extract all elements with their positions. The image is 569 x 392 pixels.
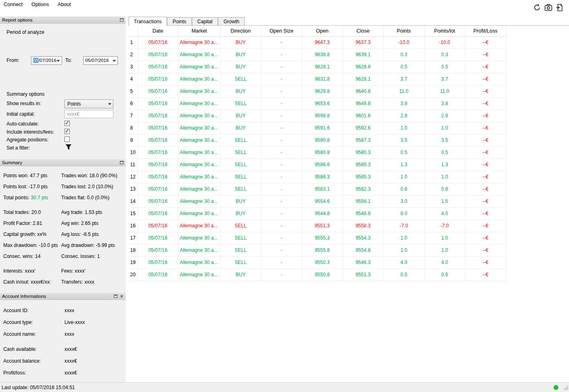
cell-open-size: - — [261, 122, 302, 134]
transaction-row[interactable]: 1005/07/16Allemagne 30 a...SELL-9580.895… — [128, 146, 506, 159]
transaction-row[interactable]: 1705/07/16Allemagne 30 a...SELL-9555.395… — [128, 232, 506, 244]
tab-points[interactable]: Points — [167, 17, 191, 25]
cell-date: 05/07/16 — [137, 134, 178, 146]
export-icon[interactable] — [556, 3, 564, 12]
cell-market: Allemagne 30 a... — [178, 232, 220, 244]
cell-points-lot: 0.5 — [424, 269, 465, 281]
status-bar: Last update: 05/07/2016 15:04:51 — [0, 382, 569, 392]
cell-points-lot: 1.0 — [424, 244, 465, 256]
initial-capital-value: xxxx€ — [67, 111, 80, 117]
cell-date: 05/07/16 — [137, 183, 178, 195]
chevron-down-icon — [108, 103, 111, 105]
column-header-close[interactable]: Close — [343, 26, 383, 36]
cell-market: Allemagne 30 a... — [178, 207, 220, 220]
summary-stat-left: Points won: 47.7 pts — [0, 170, 61, 181]
float-panel-icon[interactable] — [120, 161, 124, 164]
account-row: Account balance:xxxx€ — [0, 355, 126, 367]
column-header-open-size[interactable]: Open Size — [261, 26, 302, 36]
resize-grip[interactable] — [563, 385, 569, 392]
float-panel-icon[interactable] — [120, 18, 124, 22]
transactions-table: Date Market Direction Open Size Open Clo… — [128, 26, 506, 281]
cell-open-size: - — [261, 232, 302, 244]
transaction-row[interactable]: 405/07/16Allemagne 30 a...SELL-9631.8962… — [128, 73, 506, 85]
cell-row-number: 16 — [128, 220, 137, 232]
from-date-picker[interactable]: 05/07/2016 — [31, 56, 62, 65]
menu-options[interactable]: Options — [28, 0, 53, 9]
close-icon[interactable]: ✕ — [120, 294, 124, 299]
tab-capital[interactable]: Capital — [192, 17, 218, 25]
cell-row-number: 8 — [128, 122, 137, 134]
left-panel: Report options Period of analyze From: 0… — [0, 16, 126, 382]
account-value: xxxx — [64, 328, 74, 340]
column-header-date[interactable]: Date — [137, 26, 178, 36]
transaction-row[interactable]: 1505/07/16Allemagne 30 a...BUY-9544.8954… — [128, 207, 506, 220]
to-date-picker[interactable]: 05/07/2016 — [83, 56, 118, 65]
float-panel-icon[interactable] — [114, 295, 117, 298]
include-interests-checkbox[interactable]: ✓ — [64, 129, 70, 134]
summary-stat-left: Profit Factor: 2.81 — [0, 218, 61, 229]
cell-date: 05/07/16 — [137, 207, 178, 220]
transaction-row[interactable]: 705/07/16Allemagne 30 a...BUY-9598.89601… — [128, 110, 506, 122]
column-header-market[interactable]: Market — [178, 26, 220, 36]
transaction-row[interactable]: 1305/07/16Allemagne 30 a...SELL-9583.195… — [128, 183, 506, 195]
cell-points-lot: -10.0 — [424, 36, 465, 48]
transaction-row[interactable]: 1405/07/16Allemagne 30 a...BUY-9554.6955… — [128, 195, 506, 207]
cell-profit-loss: --€ — [465, 85, 506, 97]
cell-profit-loss: --€ — [465, 220, 506, 232]
cell-close: 9546.3 — [343, 256, 383, 269]
transaction-row[interactable]: 2005/07/16Allemagne 30 a...BUY-9550.8955… — [128, 269, 506, 281]
last-update-text: Last update: 05/07/2016 15:04:51 — [2, 385, 75, 390]
cell-points-lot: 3.5 — [424, 134, 465, 146]
cell-market: Allemagne 30 a... — [178, 36, 220, 48]
account-label: Profit/loss: — [0, 370, 26, 376]
transaction-row[interactable]: 805/07/16Allemagne 30 a...BUY-9591.69592… — [128, 122, 506, 134]
cell-open-size: - — [261, 48, 302, 61]
cell-open: 9544.8 — [302, 207, 343, 220]
cell-market: Allemagne 30 a... — [178, 134, 220, 146]
to-date-value: 05/07/2016 — [85, 58, 109, 63]
summary-title: Summary — [2, 160, 22, 165]
auto-calculate-checkbox[interactable]: ✓ — [64, 121, 70, 126]
column-header-points[interactable]: Points — [383, 26, 424, 36]
initial-capital-input[interactable]: xxxx€ — [64, 110, 113, 118]
cell-direction: BUY — [220, 207, 261, 220]
summary-stat-left: Consec. wins: 14 — [0, 251, 61, 262]
cell-open: 9629.8 — [302, 85, 343, 97]
cell-points: 0.5 — [383, 269, 424, 281]
menu-connect[interactable]: Connect — [0, 0, 27, 9]
transaction-row[interactable]: 105/07/16Allemagne 30 a...BUY-9647.39637… — [128, 36, 506, 48]
cell-open-size: - — [261, 195, 302, 207]
cell-direction: BUY — [220, 61, 261, 73]
transaction-row[interactable]: 1105/07/16Allemagne 30 a...SELL-9586.695… — [128, 159, 506, 171]
transaction-row[interactable]: 1205/07/16Allemagne 30 a...SELL-9586.395… — [128, 171, 506, 183]
funnel-icon[interactable] — [65, 144, 73, 151]
cell-market: Allemagne 30 a... — [178, 159, 220, 171]
transaction-row[interactable]: 905/07/16Allemagne 30 a...SELL-9590.8958… — [128, 134, 506, 146]
transaction-row[interactable]: 1905/07/16Allemagne 30 a...SELL-9550.395… — [128, 256, 506, 269]
column-header-open[interactable]: Open — [302, 26, 343, 36]
transaction-row[interactable]: 205/07/16Allemagne 30 a...BUY-9638.89639… — [128, 48, 506, 61]
aggregate-positions-checkbox[interactable]: ✓ — [64, 137, 70, 142]
summary-stat-group: Points won: 47.7 ptsTrades won: 18.0 (90… — [0, 170, 126, 203]
column-header-points-lot[interactable]: Points/lot — [424, 26, 465, 36]
chevron-down-icon — [113, 60, 116, 62]
tab-transactions[interactable]: Transactions — [128, 17, 167, 26]
cell-market: Allemagne 30 a... — [178, 97, 220, 110]
aggregate-positions-label: Agregate positions: — [7, 137, 49, 143]
cell-open: 9653.6 — [302, 97, 343, 110]
transaction-row[interactable]: 1605/07/16Allemagne 30 a...SELL-9551.395… — [128, 220, 506, 232]
transaction-row[interactable]: 305/07/16Allemagne 30 a...BUY-9628.19628… — [128, 61, 506, 73]
menu-about[interactable]: About — [54, 0, 75, 9]
account-label: Account ID: — [0, 308, 29, 313]
transaction-row[interactable]: 605/07/16Allemagne 30 a...SELL-9653.6964… — [128, 97, 506, 110]
refresh-icon[interactable] — [533, 3, 541, 12]
cell-points-lot: 1.5 — [424, 195, 465, 207]
screenshot-icon[interactable] — [544, 3, 553, 12]
column-header-profit-loss[interactable]: Profit/Loss — [465, 26, 506, 36]
tab-growth[interactable]: Growth — [218, 17, 245, 25]
transaction-row[interactable]: 1805/07/16Allemagne 30 a...SELL-9555.895… — [128, 244, 506, 256]
column-header-direction[interactable]: Direction — [220, 26, 261, 36]
transaction-row[interactable]: 505/07/16Allemagne 30 a...BUY-9629.89640… — [128, 85, 506, 97]
show-results-dropdown[interactable]: Points — [64, 99, 113, 108]
cell-points: 4.0 — [383, 256, 424, 269]
